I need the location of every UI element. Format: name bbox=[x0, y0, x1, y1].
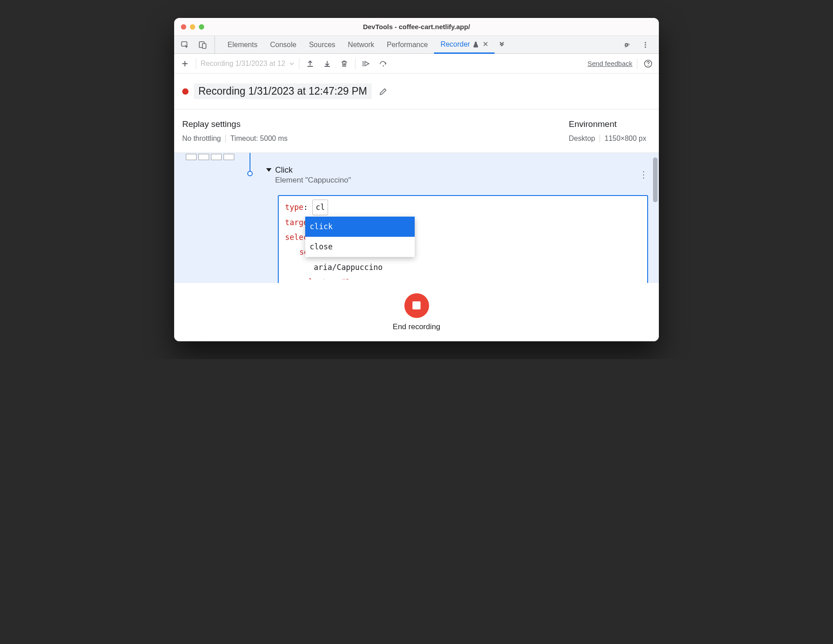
screenshot-thumbnails bbox=[186, 154, 234, 160]
autocomplete-option-click[interactable]: click bbox=[305, 217, 415, 237]
svg-point-4 bbox=[644, 44, 646, 45]
autocomplete-option-close[interactable]: close bbox=[305, 237, 415, 257]
traffic-lights bbox=[174, 24, 204, 30]
window-title: DevTools - coffee-cart.netlify.app/ bbox=[174, 23, 659, 30]
thumbnail[interactable] bbox=[224, 154, 234, 160]
svg-point-8 bbox=[648, 65, 649, 66]
kebab-menu-icon[interactable] bbox=[639, 39, 652, 51]
tab-label: Performance bbox=[387, 41, 428, 49]
send-feedback-link[interactable]: Send feedback bbox=[587, 60, 632, 67]
device-toolbar-icon[interactable] bbox=[197, 39, 209, 51]
code-key-selector2: selector #2 bbox=[299, 278, 350, 279]
tab-network[interactable]: Network bbox=[342, 36, 381, 53]
inspect-icon[interactable] bbox=[179, 39, 191, 51]
step-kebab-icon[interactable]: ⋮ bbox=[639, 169, 648, 180]
timeout-value[interactable]: Timeout: 5000 ms bbox=[226, 135, 292, 143]
svg-point-6 bbox=[382, 65, 384, 66]
experiment-icon bbox=[473, 41, 479, 48]
import-icon[interactable] bbox=[304, 57, 316, 70]
code-key-type: type bbox=[285, 203, 303, 212]
export-icon[interactable] bbox=[321, 57, 333, 70]
scrollbar-thumb[interactable] bbox=[653, 157, 658, 202]
recording-header: Recording 1/31/2023 at 12:47:29 PM bbox=[174, 74, 659, 109]
throttling-value[interactable]: No throttling bbox=[182, 135, 225, 143]
tab-label: Elements bbox=[228, 41, 258, 49]
svg-point-5 bbox=[644, 46, 646, 48]
edit-title-icon[interactable] bbox=[377, 85, 390, 98]
settings-gear-icon[interactable] bbox=[620, 39, 633, 51]
chevron-down-icon bbox=[289, 61, 294, 66]
steps-area: Click Element "Cappuccino" ⋮ type: cl ta… bbox=[174, 153, 659, 283]
more-tabs-icon[interactable] bbox=[495, 36, 509, 53]
tab-console[interactable]: Console bbox=[264, 36, 303, 53]
step-code-editor[interactable]: type: cl target selectors selector #1: a… bbox=[278, 195, 648, 283]
new-recording-icon[interactable] bbox=[179, 57, 191, 70]
stop-icon bbox=[412, 301, 421, 309]
tab-label: Console bbox=[270, 41, 297, 49]
close-window-icon[interactable] bbox=[181, 24, 186, 30]
device-value[interactable]: Desktop bbox=[569, 135, 600, 143]
recorder-toolbar: Recording 1/31/2023 at 12 Send feedback bbox=[174, 54, 659, 74]
settings-row: Replay settings No throttling Timeout: 5… bbox=[174, 109, 659, 153]
selector1-value[interactable]: aria/Cappuccino bbox=[314, 263, 383, 272]
svg-rect-2 bbox=[202, 44, 206, 48]
viewport-value[interactable]: 1150×800 px bbox=[600, 135, 651, 143]
recording-title[interactable]: Recording 1/31/2023 at 12:47:29 PM bbox=[194, 83, 372, 99]
caret-down-icon bbox=[266, 168, 272, 172]
step-click: Click Element "Cappuccino" bbox=[266, 165, 351, 185]
type-input-field[interactable]: cl bbox=[312, 200, 328, 215]
tab-performance[interactable]: Performance bbox=[381, 36, 434, 53]
replay-icon[interactable] bbox=[360, 57, 373, 70]
thumbnail[interactable] bbox=[186, 154, 197, 160]
environment-heading: Environment bbox=[569, 119, 651, 129]
tab-sources[interactable]: Sources bbox=[303, 36, 342, 53]
step-header[interactable]: Click Element "Cappuccino" bbox=[266, 165, 351, 185]
tab-label: Sources bbox=[309, 41, 335, 49]
maximize-window-icon[interactable] bbox=[199, 24, 204, 30]
recording-indicator-icon bbox=[182, 88, 189, 95]
tab-elements[interactable]: Elements bbox=[221, 36, 264, 53]
help-icon[interactable] bbox=[642, 57, 654, 70]
end-recording-label: End recording bbox=[393, 322, 440, 331]
autocomplete-popup: click close bbox=[305, 217, 415, 257]
close-tab-icon[interactable]: ✕ bbox=[482, 40, 488, 48]
step-subtitle: Element "Cappuccino" bbox=[275, 176, 351, 185]
devtools-window: DevTools - coffee-cart.netlify.app/ Elem… bbox=[174, 18, 659, 341]
step-title: Click bbox=[275, 165, 351, 175]
tab-recorder[interactable]: Recorder ✕ bbox=[434, 36, 495, 54]
tab-label: Network bbox=[348, 41, 374, 49]
tabbar: Elements Console Sources Network Perform… bbox=[174, 36, 659, 54]
thumbnail[interactable] bbox=[198, 154, 209, 160]
thumbnail[interactable] bbox=[211, 154, 222, 160]
svg-rect-0 bbox=[182, 42, 187, 46]
recording-dropdown-label: Recording 1/31/2023 at 12 bbox=[201, 60, 285, 68]
footer: End recording bbox=[174, 283, 659, 341]
minimize-window-icon[interactable] bbox=[190, 24, 195, 30]
end-recording-button[interactable] bbox=[404, 293, 429, 318]
step-over-icon[interactable] bbox=[377, 57, 390, 70]
delete-icon[interactable] bbox=[338, 57, 351, 70]
replay-settings-heading: Replay settings bbox=[182, 119, 292, 129]
tab-label: Recorder bbox=[440, 40, 470, 48]
timeline-node-icon[interactable] bbox=[247, 171, 253, 176]
titlebar: DevTools - coffee-cart.netlify.app/ bbox=[174, 18, 659, 36]
recording-dropdown[interactable]: Recording 1/31/2023 at 12 bbox=[201, 60, 294, 68]
svg-point-3 bbox=[644, 42, 646, 43]
